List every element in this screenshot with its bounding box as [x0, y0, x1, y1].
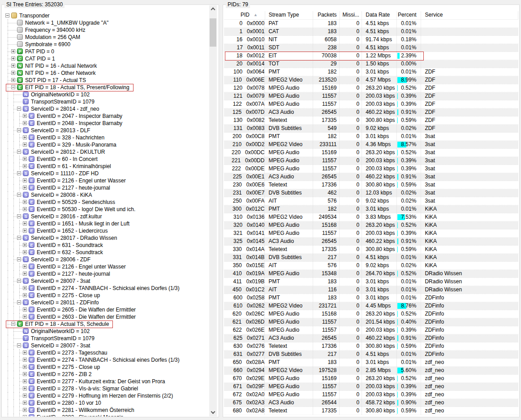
table-row[interactable]: 1200x0078MPEG Audio151690263.20 kbps0.52… [224, 84, 518, 92]
table-row[interactable]: 2310x00E7DVB Subtitles462012.03 kbps0.02… [224, 189, 518, 197]
expand-icon[interactable] [23, 315, 27, 319]
table-row[interactable]: 2300x00E6Teletext173360300.80 kbps0.59%3… [224, 181, 518, 189]
tree-item[interactable]: Network = 1_UMKBW Upgrade "A" [2, 19, 208, 26]
expand-icon[interactable] [23, 207, 27, 211]
table-row[interactable]: 4100x019AMPEG Audio153480264.70 kbps0.52… [224, 270, 518, 278]
expand-icon[interactable] [23, 121, 27, 125]
table-row[interactable]: 2000x00C8PMT18203.01 kbps0.01%3sat [224, 133, 518, 141]
expand-icon[interactable] [11, 71, 15, 75]
tree-item[interactable]: EEventID = 50530 - logo! Die Welt und ic… [2, 206, 208, 213]
collapse-icon[interactable] [17, 343, 21, 347]
expand-icon[interactable] [23, 415, 27, 416]
table-row[interactable]: 4110x019BPMT18303.01 kbps0.01%DRadio Wis… [224, 278, 518, 286]
column-header-pid[interactable]: PID▲ [224, 11, 265, 19]
expand-icon[interactable] [23, 394, 27, 398]
table-row[interactable]: 3000x012CPMT18203.01 kbps0.01%KiKA [224, 205, 518, 213]
table-row[interactable]: 2210x00DDMPEG Audio115570200.03 kbps0.39… [224, 157, 518, 165]
tree-item[interactable]: SServiceID = 28016 - zdf.kultur [2, 213, 208, 220]
table-row[interactable]: 2500x00FAAIT57609.02 kbps0.02%3sat [224, 197, 518, 205]
tree-item[interactable]: EEventID = 2276 - ZIB 2 [2, 371, 208, 378]
tree-item[interactable]: EEventID = 2048 - Inspector Barnaby [2, 120, 208, 127]
tree-item[interactable]: NNIT PID = 16 - Other Network [2, 69, 208, 77]
expand-icon[interactable] [11, 49, 15, 53]
expand-icon[interactable] [23, 307, 27, 312]
table-row[interactable]: 6210x026DMPEG Audio115570201.54 kbps0.40… [224, 318, 518, 326]
collapse-icon[interactable] [17, 150, 21, 154]
expand-icon[interactable] [23, 379, 27, 383]
tree-item[interactable]: EEventID = 328 - Nachrichten [2, 134, 208, 141]
tree-item[interactable]: EEIT PID = 18 - Actual TS, Present/Follo… [2, 84, 208, 91]
tree-item[interactable]: EEventID = 1651 - Musik liegt in der Luf… [2, 220, 208, 227]
table-row[interactable]: 6100x0262MPEG2 Video23172104.45 Mbps8.76… [224, 302, 518, 310]
column-header-percent[interactable]: Percent [397, 11, 422, 19]
expand-icon[interactable] [23, 114, 27, 118]
tree-item[interactable]: TTransportStreamID = 1079 [2, 98, 208, 105]
expand-icon[interactable] [23, 408, 27, 412]
tree-item[interactable]: EEventID = 2126 - Engel unter Wasser [2, 177, 208, 184]
scroll-up-button[interactable] [209, 5, 217, 13]
expand-icon[interactable] [23, 164, 27, 168]
collapse-icon[interactable] [17, 236, 21, 240]
tree-item[interactable]: EEventID = 2279 - Hoffnung im Herzen der… [2, 392, 208, 399]
tree-item[interactable]: EEventID = 60 - In Concert [2, 156, 208, 163]
expand-icon[interactable] [23, 286, 27, 290]
tree-item[interactable]: EEventID = 2280 - 10 vor 10 [2, 399, 208, 407]
table-row[interactable]: 6700x029EMPEG Audio151690263.20 kbps0.52… [224, 375, 518, 383]
table-row[interactable]: 1250x007DAC3 Audio265450460.22 kbps0.91%… [224, 108, 518, 117]
expand-icon[interactable] [23, 293, 27, 297]
expand-icon[interactable] [11, 64, 15, 68]
tree-item[interactable]: EEIT PID = 18 - Actual TS, Schedule [2, 320, 208, 328]
table-row[interactable]: 6710x029FMPEG Audio115570200.03 kbps0.39… [224, 383, 518, 391]
collapse-icon[interactable] [17, 171, 21, 175]
tree-item[interactable]: EEventID = 2278 - Vis-à-vis: Sigmar Gabr… [2, 385, 208, 392]
expand-icon[interactable] [23, 135, 27, 139]
tree-item[interactable]: EEventID = 2603 - Die Waffen der Ermittl… [2, 313, 208, 320]
tree-item[interactable]: SServiceID = 28011 - ZDFinfo [2, 299, 208, 306]
tree-item[interactable]: CCAT PID = 1 [2, 55, 208, 62]
table-row[interactable]: 6500x028APMT18303.01 kbps0.01%zdf_neo [224, 359, 518, 367]
table-row[interactable]: 160x0010NIT6058091.74 kbps0.18% [224, 36, 518, 44]
tree-item[interactable]: EEventID = 2127 - heute-journal [2, 184, 208, 191]
collapse-icon[interactable] [17, 128, 21, 132]
tree-item[interactable]: EEventID = 329 - Musik-Panorama [2, 141, 208, 148]
column-header-missi[interactable]: Missi... [340, 11, 362, 19]
tree-item[interactable]: NNIT PID = 16 - Actual Network [2, 62, 208, 69]
column-header-service[interactable]: Service [421, 11, 518, 19]
table-row[interactable]: 1220x007AMPEG Audio115570200.03 kbps0.39… [224, 100, 518, 108]
expand-icon[interactable] [23, 221, 27, 225]
tree-item[interactable]: SServiceID = 28007 - 3sat [2, 342, 208, 349]
tree-item[interactable]: EEventID = 2274 - TANNBACH - Schicksal e… [2, 356, 208, 364]
tree-item[interactable]: EEventID = 2275 - Close up [2, 292, 208, 299]
expand-icon[interactable] [23, 264, 27, 268]
table-row[interactable]: 6310x0277DVB Subtitles21704.51 kbps0.01%… [224, 351, 518, 359]
collapse-icon[interactable] [17, 107, 21, 111]
collapse-icon[interactable] [17, 214, 21, 218]
table-row[interactable]: 3210x0141MPEG Audio115570200.03 kbps0.39… [224, 229, 518, 238]
table-row[interactable]: 00x0000PAT18304.51 kbps0.01% [224, 20, 518, 28]
tree-item[interactable]: EEventID = 632 - Soundtrack [2, 249, 208, 256]
expand-icon[interactable] [23, 178, 27, 182]
scroll-down-button[interactable] [209, 409, 217, 416]
collapse-icon[interactable] [17, 279, 21, 283]
table-row[interactable]: 10x0001CAT18304.51 kbps0.01% [224, 28, 518, 36]
tree-item[interactable]: TTransportStreamID = 1079 [2, 335, 208, 342]
expand-icon[interactable] [23, 365, 27, 369]
tree-item[interactable]: SSDT PID = 17 - Actual TS [2, 77, 208, 84]
table-row[interactable]: 3200x0140MPEG Audio151680263.20 kbps0.52… [224, 221, 518, 229]
scrollbar-thumb[interactable] [210, 18, 216, 47]
collapse-icon[interactable] [17, 193, 21, 197]
tree-item[interactable]: Modulation = 256 QAM [2, 34, 208, 41]
tree-item[interactable]: EEventID = 61 - Kriminalhörspiel [2, 163, 208, 170]
table-row[interactable]: 6600x0294MPEG2 Video19752802.85 Mbps5.60… [224, 367, 518, 375]
table-row[interactable]: 1300x0082Teletext173350300.80 kbps0.59%Z… [224, 117, 518, 125]
tree-item[interactable]: EEventID = 2605 - Die Waffen der Ermittl… [2, 306, 208, 313]
expand-icon[interactable] [23, 358, 27, 362]
expand-icon[interactable] [11, 56, 15, 61]
table-row[interactable]: 1310x0083DVB Subtitles54909.02 kbps0.02%… [224, 125, 518, 133]
expand-icon[interactable] [23, 351, 27, 355]
tree-item[interactable]: EEventID = 2277 - Kulturzeit extra: Der … [2, 378, 208, 385]
tree-item[interactable]: EEventID = 2127 - heute-journal [2, 270, 208, 277]
expand-icon[interactable] [23, 386, 27, 390]
table-row[interactable]: 2250x00E1AC3 Audio265450460.22 kbps0.91%… [224, 173, 518, 181]
tree-item[interactable]: EEventID = 2047 - Inspector Barnaby [2, 113, 208, 120]
